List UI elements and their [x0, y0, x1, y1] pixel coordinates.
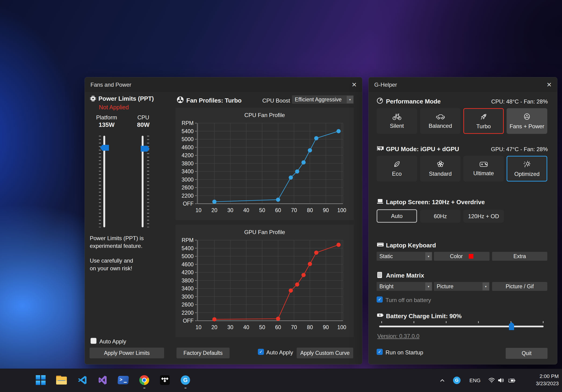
svg-text:100: 100: [337, 324, 346, 330]
taskbar-visual-studio[interactable]: [96, 374, 109, 387]
powershell-icon: >: [117, 376, 129, 384]
factory-defaults-button[interactable]: Factory Defaults: [176, 347, 230, 358]
perf-mode-turbo-button[interactable]: Turbo: [463, 108, 504, 134]
chevron-down-icon: ▾: [425, 252, 432, 260]
anime-mode-dropdown[interactable]: Picture ▾: [434, 282, 490, 291]
svg-text:4200: 4200: [182, 152, 194, 158]
screen-120hz-od-button[interactable]: 120Hz + OD: [463, 210, 504, 223]
svg-text:3800: 3800: [182, 278, 194, 284]
power-auto-apply-checkbox[interactable]: ✓: [91, 338, 96, 344]
anime-picture-gif-button[interactable]: Picture / Gif: [492, 282, 547, 291]
ghelper-icon: G: [181, 375, 190, 385]
svg-text:10: 10: [195, 207, 201, 213]
svg-text:RPM: RPM: [182, 237, 194, 243]
taskbar-ghelper[interactable]: G: [179, 374, 192, 387]
taskbar-start-button[interactable]: [34, 374, 47, 387]
chevron-down-icon: ▾: [425, 282, 432, 290]
perf-mode-balanced-button[interactable]: Balanced: [420, 108, 460, 134]
run-on-startup-checkbox[interactable]: ✓: [377, 349, 383, 355]
svg-text:20: 20: [211, 207, 217, 213]
svg-text:5000: 5000: [182, 136, 194, 142]
color-swatch: [469, 254, 473, 259]
cpu-fan-chart-panel[interactable]: CPU Fan Profile102030405060708090100RPM5…: [176, 108, 354, 220]
fans-window-titlebar[interactable]: Fans and Power ✕: [85, 77, 362, 92]
keyboard-mode-dropdown[interactable]: Static ▾: [377, 252, 432, 261]
tray-clock[interactable]: 2:00 PM 3/23/2023: [524, 373, 559, 387]
speaker-icon[interactable]: [497, 377, 504, 383]
svg-text:OFF: OFF: [183, 201, 194, 207]
battery-charging-icon[interactable]: [508, 378, 516, 383]
running-indicator: [143, 388, 145, 389]
tray-language[interactable]: ENG: [469, 378, 481, 384]
platform-slider-thumb[interactable]: [100, 145, 109, 151]
keyboard-extra-button[interactable]: Extra: [492, 252, 547, 261]
svg-text:80: 80: [307, 207, 313, 213]
svg-text:3000: 3000: [182, 177, 194, 183]
gpu-fan-chart[interactable]: GPU Fan Profile102030405060708090100RPM5…: [176, 225, 354, 337]
gpu-mode-standard-button[interactable]: Standard: [420, 156, 460, 181]
svg-text:40: 40: [243, 324, 249, 330]
svg-text:5400: 5400: [182, 245, 194, 251]
slider-tick: [414, 321, 414, 323]
slider-tick: [381, 321, 382, 323]
taskbar-tidal[interactable]: [158, 374, 171, 387]
svg-text:4600: 4600: [182, 144, 194, 150]
svg-text:100: 100: [337, 207, 346, 213]
laptop-screen-header: Laptop Screen: 120Hz + Overdrive: [386, 199, 485, 206]
chrome-icon: [139, 375, 149, 385]
leaf-icon: [393, 160, 401, 168]
slider-tick: [543, 321, 544, 323]
gpu-mode-eco-button[interactable]: Eco: [377, 156, 417, 181]
taskbar-chrome[interactable]: [138, 374, 151, 387]
anime-brightness-value: Bright: [377, 283, 425, 290]
close-icon[interactable]: ✕: [545, 81, 553, 89]
screen-60hz-button[interactable]: 60Hz: [420, 210, 460, 223]
gpu-mode-optimized-button[interactable]: Optimized: [507, 156, 547, 181]
cpu-value: 80W: [132, 121, 155, 128]
turn-off-on-battery-checkbox[interactable]: ✓: [377, 296, 383, 302]
vscode-icon: [77, 375, 88, 385]
power-limits-status: Not Applied: [99, 104, 129, 111]
ghelper-window: G-Helper ✕ Performance Mode CPU: 48°C - …: [368, 77, 557, 364]
anime-matrix-header: Anime Matrix: [386, 272, 424, 279]
tray-ghelper-icon[interactable]: G: [453, 377, 460, 384]
power-auto-apply-label: Auto Apply: [99, 338, 126, 345]
folder-icon: [56, 376, 67, 384]
close-icon[interactable]: ✕: [350, 81, 358, 89]
optimize-bulb-icon: [523, 160, 531, 168]
version-link[interactable]: Version: 0.37.0.0: [377, 333, 419, 339]
ghelper-titlebar[interactable]: G-Helper ✕: [369, 77, 557, 92]
slider-tick: [478, 321, 479, 323]
quit-button[interactable]: Quit: [506, 348, 548, 359]
check-icon: ✓: [92, 338, 95, 343]
battery-charge-icon: [377, 312, 384, 318]
svg-text:90: 90: [323, 207, 329, 213]
screen-auto-button[interactable]: Auto: [377, 209, 417, 223]
taskbar-powershell[interactable]: >: [117, 374, 130, 387]
cpu-label: CPU: [132, 114, 155, 121]
taskbar-vscode[interactable]: [76, 374, 89, 387]
svg-text:50: 50: [259, 207, 265, 213]
tray-chevron-up-icon[interactable]: [439, 377, 445, 384]
perf-mode-fans-power-button[interactable]: Fans + Power: [507, 108, 547, 134]
anime-brightness-dropdown[interactable]: Bright ▾: [377, 282, 432, 291]
gpu-mode-ultimate-button[interactable]: Ultimate: [463, 156, 504, 181]
battery-limit-slider-track[interactable]: [379, 326, 544, 327]
cpu-fan-chart[interactable]: CPU Fan Profile102030405060708090100RPM5…: [176, 108, 354, 220]
apply-power-limits-button[interactable]: Apply Power Limits: [90, 347, 164, 358]
svg-text:60: 60: [275, 324, 281, 330]
gpu-fan-chart-panel[interactable]: GPU Fan Profile102030405060708090100RPM5…: [176, 225, 354, 337]
car-icon: [435, 113, 445, 120]
curve-auto-apply-checkbox[interactable]: ✓: [258, 349, 264, 355]
taskbar-file-explorer[interactable]: [55, 374, 68, 387]
svg-text:3400: 3400: [182, 168, 194, 175]
rocket-icon: [480, 112, 488, 121]
battery-limit-slider-thumb[interactable]: [509, 322, 514, 330]
keyboard-mode-value: Static: [377, 253, 425, 259]
apply-custom-curve-button[interactable]: Apply Custom Curve: [297, 347, 353, 358]
cpu-boost-dropdown[interactable]: Efficient Aggressive ▾: [292, 95, 354, 104]
perf-mode-silent-button[interactable]: Silent: [377, 108, 417, 134]
taskbar: > G G ENG: [0, 369, 562, 392]
keyboard-color-button[interactable]: Color: [434, 252, 490, 261]
wifi-icon[interactable]: [488, 377, 495, 383]
